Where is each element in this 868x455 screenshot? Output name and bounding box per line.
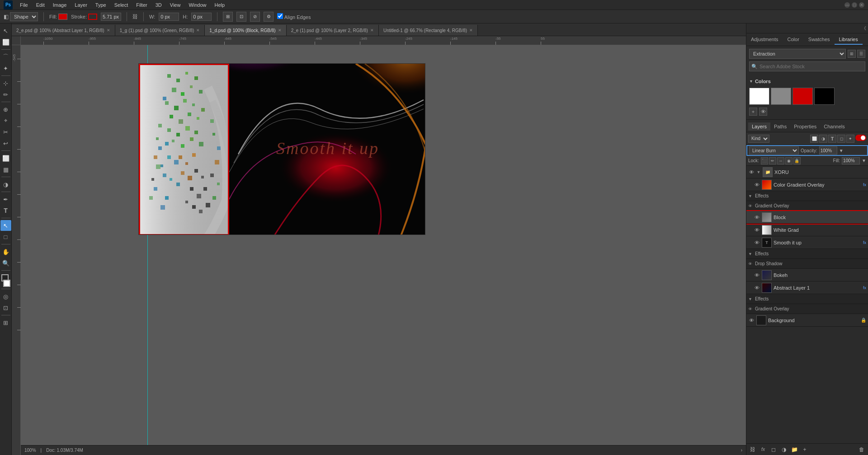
menu-help[interactable]: Help bbox=[211, 1, 229, 9]
canvas-document[interactable]: Smooth it up bbox=[138, 63, 425, 235]
filter-shape-icon[interactable]: ◻ bbox=[837, 135, 845, 143]
clone-stamp-tool[interactable]: ✂ bbox=[0, 127, 11, 137]
layer-fx-btn[interactable]: fx bbox=[759, 445, 768, 454]
lock-move-btn[interactable]: ↔ bbox=[777, 157, 784, 164]
layer-fx-abstractlayer1[interactable]: fx bbox=[863, 286, 866, 290]
screen-mode-btn[interactable]: ⊡ bbox=[0, 302, 11, 313]
color-swatches-area[interactable] bbox=[0, 274, 11, 287]
filter-pixel-icon[interactable]: ⬜ bbox=[810, 135, 818, 143]
opacity-input[interactable] bbox=[819, 146, 837, 155]
background-color[interactable] bbox=[3, 280, 10, 287]
lasso-tool[interactable]: ⌒ bbox=[0, 52, 11, 62]
layer-fx-smoothitup[interactable]: fx bbox=[863, 240, 866, 245]
layer-delete-btn[interactable]: 🗑 bbox=[857, 445, 866, 454]
height-input[interactable] bbox=[191, 13, 212, 21]
library-select[interactable]: Extraction bbox=[749, 49, 846, 59]
hand-tool[interactable]: ✋ bbox=[0, 246, 11, 257]
filter-smartobj-icon[interactable]: ✦ bbox=[846, 135, 854, 143]
lock-artboard-btn[interactable]: ◉ bbox=[785, 157, 793, 164]
tab-libraries[interactable]: Libraries bbox=[835, 35, 863, 45]
panel-collapse-btn[interactable]: 《 bbox=[862, 25, 866, 32]
color-white[interactable] bbox=[749, 88, 769, 105]
fill-dropdown-icon[interactable]: ▼ bbox=[862, 158, 866, 163]
menu-window[interactable]: Window bbox=[185, 1, 210, 9]
layer-xoru[interactable]: 👁 ▼ 📁 XORU bbox=[746, 166, 868, 178]
dodge-tool[interactable]: ◑ bbox=[0, 179, 11, 190]
effect-eye-1[interactable]: 👁 bbox=[748, 204, 752, 208]
tab-2[interactable]: 1_d.psd @ 100% (Block, RGB/8) ✕ bbox=[205, 25, 286, 36]
tab-1-close[interactable]: ✕ bbox=[196, 28, 200, 33]
layer-adjustment-btn[interactable]: ◑ bbox=[779, 445, 788, 454]
lock-transparent-btn[interactable]: ⬛ bbox=[761, 157, 768, 164]
fill-swatch[interactable] bbox=[58, 14, 67, 20]
tab-3[interactable]: 2_e (1).psd @ 100% (Layer 2, RGB/8) ✕ bbox=[287, 25, 379, 36]
layer-eye-colorgradoverlay[interactable]: 👁 bbox=[754, 182, 760, 188]
layer-abstractlayer1[interactable]: 👁 Abstract Layer 1 fx bbox=[746, 281, 868, 294]
layer-background[interactable]: 👁 Background 🔒 bbox=[746, 314, 868, 327]
window-close-button[interactable]: ✕ bbox=[859, 2, 864, 8]
lib-grid-view-btn[interactable]: ⊞ bbox=[848, 50, 856, 58]
settings-icon[interactable]: ⚙ bbox=[264, 12, 274, 22]
eye-color-btn[interactable]: 👁 bbox=[759, 108, 767, 116]
tab-2-close[interactable]: ✕ bbox=[278, 28, 282, 33]
distribute-icon[interactable]: ⊡ bbox=[236, 12, 246, 22]
layer-bokeh[interactable]: 👁 Bokeh bbox=[746, 269, 868, 281]
menu-layer[interactable]: Layer bbox=[71, 1, 91, 9]
lock-paint-btn[interactable]: ✏ bbox=[769, 157, 776, 164]
extra-tool[interactable]: ⊞ bbox=[0, 317, 11, 328]
eraser-tool[interactable]: ⬜ bbox=[0, 153, 11, 164]
color-gray[interactable] bbox=[771, 88, 791, 105]
type-tool[interactable]: T bbox=[0, 205, 11, 216]
layer-group-btn[interactable]: 📁 bbox=[790, 445, 799, 454]
shape-select[interactable]: Shape bbox=[10, 12, 38, 21]
menu-file[interactable]: File bbox=[16, 1, 32, 9]
effects-fold-icon-2[interactable]: ▼ bbox=[748, 252, 752, 256]
effects-fold-icon-1[interactable]: ▼ bbox=[748, 194, 752, 198]
menu-type[interactable]: Type bbox=[92, 1, 110, 9]
layer-smoothitup[interactable]: 👁 T Smooth it up fx bbox=[746, 236, 868, 249]
tab-1[interactable]: 1_g (1).psd @ 100% (Green, RGB/8) ✕ bbox=[115, 25, 205, 36]
layer-eye-whitegrad[interactable]: 👁 bbox=[754, 227, 760, 233]
menu-select[interactable]: Select bbox=[111, 1, 132, 9]
brush-tool[interactable]: ⌖ bbox=[0, 115, 11, 126]
lock-all-btn[interactable]: 🔒 bbox=[793, 157, 801, 164]
healing-brush-tool[interactable]: ⊕ bbox=[0, 104, 11, 115]
pen-tool[interactable]: ✒ bbox=[0, 194, 11, 205]
layers-tab-properties[interactable]: Properties bbox=[790, 122, 820, 131]
magic-wand-tool[interactable]: ✦ bbox=[0, 63, 11, 74]
stock-search-bar[interactable]: 🔍 bbox=[749, 61, 865, 71]
layer-link-btn[interactable]: ⛓ bbox=[748, 445, 757, 454]
filter-toggle[interactable] bbox=[855, 135, 866, 141]
window-minimize-button[interactable]: — bbox=[844, 2, 850, 8]
quick-mask-btn[interactable]: ◎ bbox=[0, 291, 11, 302]
tab-3-close[interactable]: ✕ bbox=[370, 28, 374, 33]
arrange-icon[interactable]: ⊘ bbox=[250, 12, 260, 22]
eyedropper-tool[interactable]: ✏ bbox=[0, 89, 11, 100]
effect-eye-dropshadow[interactable]: 👁 bbox=[748, 262, 752, 266]
lib-list-view-btn[interactable]: ☰ bbox=[857, 50, 865, 58]
menu-filter[interactable]: Filter bbox=[132, 1, 151, 9]
color-black[interactable] bbox=[814, 88, 835, 105]
crop-tool[interactable]: ⊹ bbox=[0, 78, 11, 89]
layer-whitegrad[interactable]: 👁 White Grad bbox=[746, 224, 868, 236]
layer-eye-background[interactable]: 👁 bbox=[748, 317, 755, 324]
layer-mask-btn[interactable]: ◻ bbox=[769, 445, 778, 454]
tab-0-close[interactable]: ✕ bbox=[107, 28, 110, 33]
layer-block[interactable]: 👁 Block bbox=[746, 211, 868, 224]
history-brush-tool[interactable]: ↩ bbox=[0, 138, 11, 149]
align-edges-checkbox[interactable] bbox=[277, 13, 283, 19]
layer-colorgradoverlay[interactable]: 👁 Color Gradient Overlay fx bbox=[746, 178, 868, 191]
canvas-work-area[interactable]: Smooth it up bbox=[21, 45, 746, 445]
filter-adjustment-icon[interactable]: ◑ bbox=[819, 135, 827, 143]
menu-image[interactable]: Image bbox=[49, 1, 71, 9]
layer-eye-smoothitup[interactable]: 👁 bbox=[754, 239, 760, 246]
search-input[interactable] bbox=[760, 64, 863, 69]
layer-eye-xoru[interactable]: 👁 bbox=[748, 169, 755, 175]
stroke-width-input[interactable] bbox=[101, 13, 121, 21]
layer-fold-xoru[interactable]: ▼ bbox=[756, 170, 761, 174]
gradient-tool[interactable]: ▦ bbox=[0, 164, 11, 175]
tab-4-close[interactable]: ✕ bbox=[469, 28, 473, 33]
tab-0[interactable]: 2_e.psd @ 100% (Abstract Layer 1, RGB/8)… bbox=[12, 25, 115, 36]
layers-filter-select[interactable]: Kind bbox=[748, 135, 769, 143]
path-selection-tool[interactable]: ↖ bbox=[0, 220, 11, 231]
